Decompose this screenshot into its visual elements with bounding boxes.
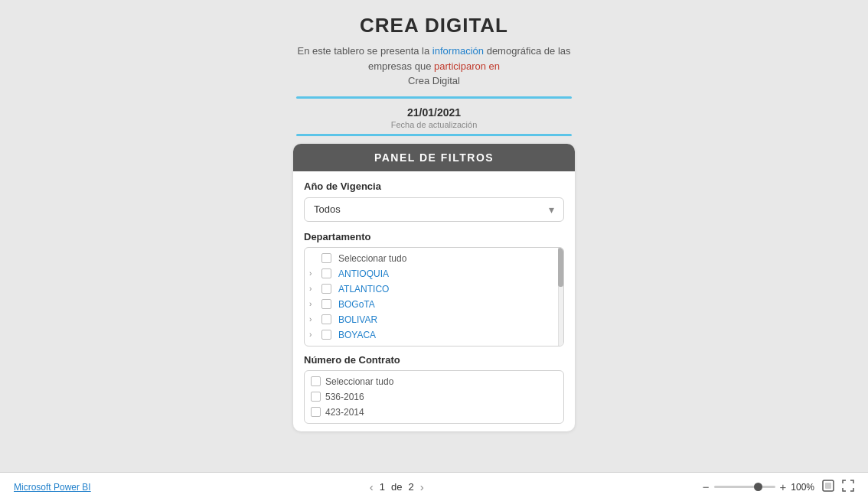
dept-item-atlantico[interactable]: › ATLANTICO [305,281,563,297]
date-value: 21/01/2021 [407,106,461,119]
header-divider-1 [296,96,572,99]
dept-item-boyaca[interactable]: › BOYACA [305,327,563,343]
dept-item-bolivar[interactable]: › BOLIVAR [305,312,563,327]
dept-checkbox-bolivar[interactable] [321,314,331,324]
contrato-label: Número de Contrato [304,354,564,366]
dept-checkbox-atlantico[interactable] [321,284,331,294]
ano-vigencia-dropdown[interactable]: Todos ▾ [304,197,564,222]
dept-checkbox-all[interactable] [321,253,331,263]
bottom-bar: Microsoft Power BI ‹ 1 de 2 › − + 100% [0,472,868,501]
dept-checkbox-antioquia[interactable] [321,268,331,278]
departamento-list-wrapper: Seleccionar tudo › ANTIOQUIA › ATLANTICO [304,247,564,346]
dept-checkbox-boyaca[interactable] [321,330,331,340]
contrato-list-wrapper: Seleccionar tudo 536-2016 423-2014 [304,370,564,424]
pagination-total: 2 [408,481,413,493]
dept-scrollbar-track [558,248,563,346]
zoom-plus-button[interactable]: + [780,480,787,493]
contrato-list: Seleccionar tudo 536-2016 423-2014 [305,371,563,423]
zoom-bar: − + 100% [703,480,814,493]
pagination-next-button[interactable]: › [420,480,424,493]
dept-item-bogota[interactable]: › BOGoTA [305,297,563,312]
fullscreen-exit-icon[interactable] [822,480,834,494]
chevron-down-icon: ▾ [549,203,554,216]
filter-panel: PANEL DE FILTROS Año de Vigencia Todos ▾… [293,144,575,431]
contrato-item-label: 536-2016 [325,392,364,402]
dept-item-label: Seleccionar tudo [338,253,406,264]
dept-item-label: ATLANTICO [338,284,389,294]
contrato-item-select-all[interactable]: Seleccionar tudo [305,374,563,389]
dept-item-label: BOYACA [338,330,376,340]
chevron-small-icon: › [309,300,318,308]
pagination-separator: de [391,481,402,493]
contrato-checkbox-423[interactable] [311,407,321,417]
dept-item-label: BOLIVAR [338,314,377,325]
departamento-section: Departamento Seleccionar tudo › ANTIOQUI… [304,231,564,346]
zoom-minus-button[interactable]: − [703,480,710,493]
dept-checkbox-bogota[interactable] [321,299,331,309]
powerbi-link[interactable]: Microsoft Power BI [14,482,91,493]
page-subtitle: En este tablero se presenta la informaci… [296,44,572,89]
chevron-small-icon: › [309,269,318,278]
dept-scrollbar-thumb[interactable] [558,248,563,287]
zoom-percent: 100% [791,482,814,493]
dept-item-label: BOGoTA [338,299,375,310]
zoom-slider-thumb [754,483,762,491]
dept-item-antioquia[interactable]: › ANTIOQUIA [305,266,563,281]
date-label: Fecha de actualización [391,120,478,129]
ano-vigencia-label: Año de Vigencia [304,181,564,192]
departamento-label: Departamento [304,231,564,242]
pagination-current: 1 [380,481,385,493]
main-content: CREA DIGITAL En este tablero se presenta… [0,0,868,472]
contrato-checkbox-all[interactable] [311,376,321,386]
dept-item-select-all[interactable]: Seleccionar tudo [305,251,563,266]
contrato-checkbox-536[interactable] [311,392,321,402]
chevron-small-icon: › [309,285,318,293]
bottom-right-icons: − + 100% [703,480,854,494]
departamento-list: Seleccionar tudo › ANTIOQUIA › ATLANTICO [305,248,563,346]
pagination: ‹ 1 de 2 › [370,480,424,493]
ano-vigencia-value: Todos [314,203,341,215]
contrato-item-label: Seleccionar tudo [325,376,393,387]
contrato-section: Número de Contrato Seleccionar tudo 536-… [304,354,564,424]
zoom-slider[interactable] [714,486,775,488]
pagination-prev-button[interactable]: ‹ [370,480,374,493]
panel-body: Año de Vigencia Todos ▾ Departamento Sel… [293,171,575,431]
svg-rect-1 [825,483,831,489]
page-title: CREA DIGITAL [360,14,508,37]
panel-header: PANEL DE FILTROS [293,144,575,171]
contrato-item-536[interactable]: 536-2016 [305,389,563,405]
chevron-small-icon: › [309,315,318,324]
contrato-item-label: 423-2014 [325,407,364,418]
fullscreen-icon[interactable] [842,480,854,494]
header-divider-2 [296,134,572,136]
chevron-small-icon: › [309,330,318,339]
dept-item-label: ANTIOQUIA [338,268,389,279]
contrato-item-423[interactable]: 423-2014 [305,405,563,420]
